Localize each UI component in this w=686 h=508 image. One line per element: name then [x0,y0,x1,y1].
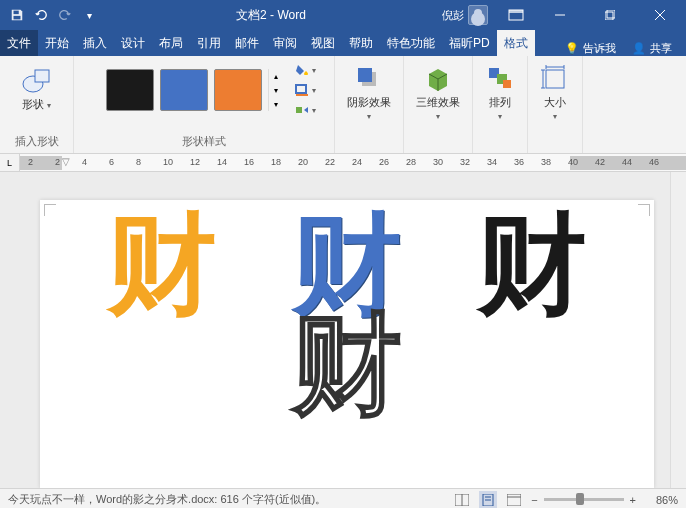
status-text[interactable]: 今天玩点不一样，Word的影之分身术.docx: 616 个字符(近似值)。 [8,492,453,507]
tab-mailings[interactable]: 邮件 [228,30,266,56]
arrange-icon [485,64,515,94]
tab-foxit[interactable]: 福昕PD [442,30,497,56]
svg-rect-13 [296,107,302,113]
arrange-button[interactable]: 排列▾ [479,60,521,126]
ruler-tick: 6 [109,157,114,167]
svg-rect-27 [507,494,521,506]
svg-rect-10 [35,70,49,82]
chevron-down-icon: ▾ [367,112,371,121]
share-button[interactable]: 👤 共享 [626,41,678,56]
zoom-level[interactable]: 86% [644,494,678,506]
view-web-layout[interactable] [505,491,523,509]
ruler-tick: 12 [190,157,200,167]
ruler-tick: 42 [595,157,605,167]
change-shape-button[interactable]: ▾ [292,101,328,119]
zoom-in-button[interactable]: + [630,494,636,506]
wordart-char-outline[interactable]: 财 [40,310,654,420]
svg-rect-18 [503,80,511,88]
ruler-tick: 44 [622,157,632,167]
margin-marker-tl [44,204,56,216]
tab-home[interactable]: 开始 [38,30,76,56]
ruler-tick: 8 [136,157,141,167]
chevron-down-icon: ▾ [553,112,557,121]
chevron-down-icon: ▾ [436,112,440,121]
style-preset-black[interactable] [106,69,154,111]
ruler-tick: 2 [55,157,60,167]
tab-design[interactable]: 设计 [114,30,152,56]
ruler-tick: 16 [244,157,254,167]
chevron-down-icon: ▾ [47,101,51,110]
restore-button[interactable] [588,1,632,29]
tab-insert[interactable]: 插入 [76,30,114,56]
ruler-tick: 22 [325,157,335,167]
group-label-styles: 形状样式 [80,132,328,151]
ribbon-options-button[interactable] [506,3,526,27]
svg-rect-5 [605,12,613,20]
shadow-effects-button[interactable]: 阴影效果▾ [341,60,397,126]
minimize-button[interactable] [538,1,582,29]
undo-button[interactable] [30,4,52,26]
redo-button[interactable] [54,4,76,26]
tell-me-search[interactable]: 💡 告诉我 [559,41,622,56]
window-title: 文档2 - Word [106,7,436,24]
tab-layout[interactable]: 布局 [152,30,190,56]
tab-format[interactable]: 格式 [497,30,535,56]
ruler-tick: 30 [433,157,443,167]
qat-customize[interactable]: ▾ [78,4,100,26]
insert-shape-button[interactable]: 形状 ▾ [6,60,67,115]
ruler-tick: 38 [541,157,551,167]
indent-marker-left[interactable]: ▽ [62,156,70,167]
styles-gallery-more[interactable]: ▴▾▾ [268,69,282,111]
ruler-tick: 28 [406,157,416,167]
size-icon [540,64,570,94]
ruler-tick: 24 [352,157,362,167]
view-read-mode[interactable] [453,491,471,509]
wordart-char-black[interactable]: 财 [477,210,587,320]
style-preset-blue[interactable] [160,69,208,111]
cube-icon [423,64,453,94]
document-canvas[interactable]: 财 财 财 财 [0,172,670,488]
chevron-down-icon: ▾ [498,112,502,121]
svg-rect-6 [607,10,615,18]
lightbulb-icon: 💡 [565,42,579,55]
ruler-tick: 20 [298,157,308,167]
zoom-slider[interactable] [544,498,624,501]
shape-fill-button[interactable]: ▾ [292,61,328,79]
svg-rect-15 [358,68,372,82]
svg-rect-1 [14,16,21,20]
svg-rect-3 [509,10,523,13]
svg-rect-19 [546,70,564,88]
svg-rect-11 [296,85,306,93]
ruler-tick: 18 [271,157,281,167]
shadow-icon [354,64,384,94]
zoom-slider-thumb[interactable] [576,493,584,505]
vertical-scrollbar[interactable] [670,172,686,488]
avatar [468,5,488,25]
ruler-tick: 4 [82,157,87,167]
save-button[interactable] [6,4,28,26]
tab-file[interactable]: 文件 [0,30,38,56]
horizontal-ruler[interactable]: 2246810121416182022242628303234363840424… [20,154,686,172]
zoom-out-button[interactable]: − [531,494,537,506]
view-print-layout[interactable] [479,491,497,509]
size-button[interactable]: 大小▾ [534,60,576,126]
ruler-tick: 14 [217,157,227,167]
user-account[interactable]: 倪彭 [436,5,494,25]
svg-rect-0 [14,11,19,15]
wordart-char-orange[interactable]: 财 [107,210,217,320]
tab-special[interactable]: 特色功能 [380,30,442,56]
tab-view[interactable]: 视图 [304,30,342,56]
share-icon: 👤 [632,42,646,55]
tab-help[interactable]: 帮助 [342,30,380,56]
ruler-tick: 10 [163,157,173,167]
ruler-tick: 36 [514,157,524,167]
ruler-tick: 26 [379,157,389,167]
shape-outline-button[interactable]: ▾ [292,81,328,99]
close-button[interactable] [638,1,682,29]
tab-review[interactable]: 审阅 [266,30,304,56]
ruler-corner[interactable]: L [0,154,20,172]
tab-references[interactable]: 引用 [190,30,228,56]
3d-effects-button[interactable]: 三维效果▾ [410,60,466,126]
page: 财 财 财 财 [40,200,654,488]
style-preset-orange[interactable] [214,69,262,111]
